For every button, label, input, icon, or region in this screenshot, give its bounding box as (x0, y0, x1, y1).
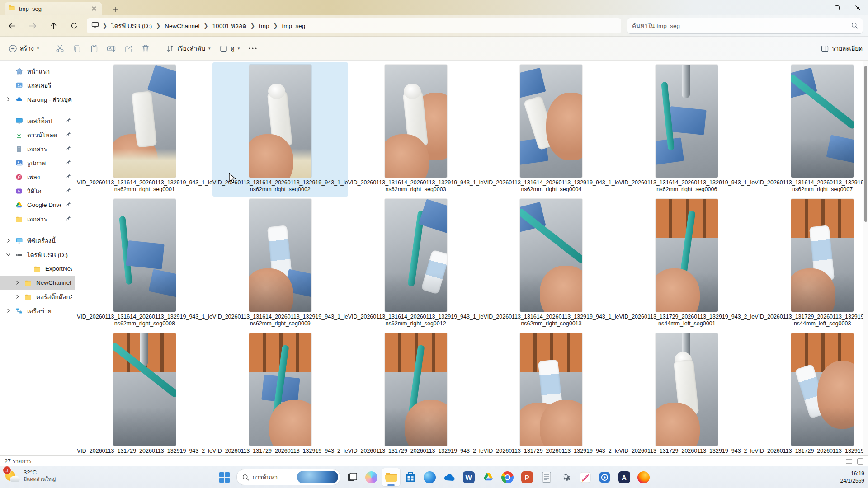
sidebar-item-พีซีเครื่องนี้[interactable]: พีซีเครื่องนี้ (0, 234, 75, 248)
copy-icon[interactable] (68, 40, 85, 56)
maximize-button[interactable] (826, 0, 847, 15)
chevron-right-icon[interactable] (14, 280, 20, 285)
taskbar-app-onedrive[interactable] (440, 468, 458, 486)
new-tab-button[interactable] (108, 4, 122, 15)
sidebar-item-เดสก์ท็อป[interactable]: เดสก์ท็อป (0, 114, 75, 128)
file-item[interactable]: VID_20260113_131614_20260113_132919_943_… (484, 197, 619, 331)
taskbar-app-file-explorer[interactable] (382, 468, 400, 486)
list-view-icon[interactable] (846, 458, 853, 464)
taskbar-app-pen-app[interactable] (576, 468, 594, 486)
sidebar-item-เพลง[interactable]: เพลง (0, 170, 75, 184)
sidebar-item-เอกสาร[interactable]: เอกสาร (0, 142, 75, 156)
sidebar-item-ดาวน์โหลด[interactable]: ดาวน์โหลด (0, 128, 75, 142)
home-icon (15, 67, 23, 75)
chevron-right-icon[interactable] (5, 308, 11, 313)
sidebar-item-label: รูปภาพ (27, 158, 61, 168)
sidebar-item-NewChannel[interactable]: NewChannel (0, 276, 75, 290)
sort-button[interactable]: เรียงลำดับ ▾ (162, 40, 215, 56)
sidebar-item-Google-Drive-(G:)[interactable]: Google Drive (G:) (0, 198, 75, 212)
sidebar-item-Narong---ส่วนบุคคล[interactable]: Narong - ส่วนบุคคล (0, 92, 75, 106)
file-item[interactable]: VID_20260113_131614_20260113_132919_943_… (212, 197, 348, 331)
file-item[interactable]: VID_20260113_131729_20260113_132919_943_… (755, 331, 868, 455)
taskbar-app-notepad[interactable] (538, 468, 556, 486)
sidebar-item-ไดรฟ์-USB-(D:)[interactable]: ไดรฟ์ USB (D:) (0, 248, 75, 262)
breadcrumb-item[interactable]: tmp_seg (279, 21, 309, 31)
taskbar-app-edge[interactable] (421, 468, 439, 486)
video-thumbnail (791, 65, 854, 178)
sidebar-item-แกลเลอรี[interactable]: แกลเลอรี (0, 78, 75, 92)
video-thumbnail (520, 333, 582, 446)
file-item[interactable]: VID_20260113_131729_20260113_132919_943_… (755, 197, 868, 331)
share-icon[interactable] (120, 40, 137, 56)
file-item[interactable]: VID_20260113_131614_20260113_132919_943_… (484, 62, 619, 197)
file-item[interactable]: VID_20260113_131614_20260113_132919_943_… (348, 62, 484, 197)
chevron-down-icon: ▾ (208, 46, 211, 51)
chevron-right-icon[interactable] (5, 97, 11, 102)
taskbar-app-chrome[interactable] (499, 468, 517, 486)
rename-icon[interactable] (103, 40, 120, 56)
vertical-scrollbar[interactable] (863, 61, 868, 455)
sidebar-item-เครือข่าย[interactable]: เครือข่าย (0, 304, 75, 318)
taskbar-app-start[interactable] (216, 468, 234, 486)
taskbar-app-firefox[interactable] (635, 468, 653, 486)
taskbar-app-task-view[interactable] (343, 468, 361, 486)
taskbar-search-input[interactable]: การค้นหา (236, 469, 340, 485)
delete-icon[interactable] (137, 40, 154, 56)
details-pane-toggle[interactable]: รายละเอียด (821, 43, 863, 53)
taskbar-app-copilot[interactable] (363, 468, 381, 486)
file-item[interactable]: VID_20260113_131729_20260113_132919_943_… (619, 331, 755, 455)
breadcrumb-item[interactable]: NewChannel (161, 21, 203, 31)
taskbar-app-acrobat-a[interactable]: A (615, 468, 633, 486)
back-icon[interactable] (3, 18, 21, 34)
new-button[interactable]: สร้าง ▾ (5, 40, 43, 56)
file-item[interactable]: VID_20260113_131729_20260113_132919_943_… (484, 331, 619, 455)
breadcrumb-item[interactable]: tmp (256, 21, 273, 31)
chevron-right-icon[interactable] (5, 238, 11, 243)
forward-icon[interactable] (24, 18, 42, 34)
sidebar-item-วิดิโอ[interactable]: วิดิโอ (0, 184, 75, 198)
sidebar-item-เอกสาร[interactable]: เอกสาร (0, 212, 75, 226)
video-thumbnail (656, 333, 718, 446)
file-item[interactable]: VID_20260113_131729_20260113_132919_943_… (212, 331, 348, 455)
file-item[interactable]: VID_20260113_131614_20260113_132919_943_… (755, 62, 868, 197)
file-item[interactable]: VID_20260113_131614_20260113_132919_943_… (77, 197, 212, 331)
file-item[interactable]: VID_20260113_131729_20260113_132919_943_… (348, 331, 484, 455)
breadcrumb-item[interactable]: ไดรฟ์ USB (D:) (108, 19, 155, 33)
refresh-icon[interactable] (65, 18, 83, 34)
scrollbar-thumb[interactable] (864, 66, 867, 222)
file-item[interactable]: VID_20260113_131729_20260113_132919_943_… (619, 197, 755, 331)
video-icon (15, 188, 23, 195)
taskbar-app-gdrive[interactable] (479, 468, 497, 486)
large-thumbnail-view-icon[interactable] (857, 458, 863, 465)
up-icon[interactable] (44, 18, 62, 34)
ellipsis-icon[interactable] (244, 40, 261, 56)
breadcrumb[interactable]: ❯ไดรฟ์ USB (D:)❯NewChannel❯10001 หลอด❯tm… (87, 18, 621, 33)
file-item[interactable]: VID_20260113_131729_20260113_132919_943_… (77, 331, 212, 455)
clock-time: 16:19 (840, 470, 864, 477)
view-button[interactable]: ดู ▾ (215, 40, 245, 56)
chevron-right-icon[interactable] (14, 294, 20, 299)
sidebar-item-หน้าแรก[interactable]: หน้าแรก (0, 64, 75, 78)
cut-icon[interactable] (51, 40, 68, 56)
taskbar-app-photos[interactable] (596, 468, 614, 486)
file-item[interactable]: VID_20260113_131614_20260113_132919_943_… (619, 62, 755, 197)
chevron-down-icon[interactable] (5, 253, 11, 257)
tab-close-icon[interactable] (90, 4, 99, 13)
file-item[interactable]: VID_20260113_131614_20260113_132919_943_… (77, 62, 212, 197)
breadcrumb-item[interactable]: 10001 หลอด (209, 19, 250, 33)
taskbar-app-settings[interactable] (557, 468, 575, 486)
search-input[interactable]: ค้นหาใน tmp_seg (627, 18, 863, 34)
minimize-button[interactable] (806, 0, 826, 15)
paste-icon[interactable] (85, 40, 103, 56)
taskbar-app-store[interactable] (401, 468, 420, 486)
taskbar-app-powerpoint[interactable]: P (518, 468, 536, 486)
sidebar-item-ExportNewChanel[interactable]: ExportNewChanel (0, 262, 75, 276)
sidebar-item-รูปภาพ[interactable]: รูปภาพ (0, 156, 75, 170)
taskbar-app-word[interactable]: W (460, 468, 478, 486)
file-item[interactable]: VID_20260113_131614_20260113_132919_943_… (348, 197, 484, 331)
file-item[interactable]: VID_20260113_131614_20260113_132919_943_… (212, 62, 348, 197)
taskbar-clock[interactable]: 16:19 24/1/2569 (840, 470, 864, 484)
sidebar-item-คอร์สติ๊กต๊อก2026[interactable]: คอร์สติ๊กต๊อก2026 (0, 290, 75, 304)
close-button[interactable] (847, 0, 868, 15)
explorer-tab[interactable]: tmp_seg (5, 2, 102, 15)
